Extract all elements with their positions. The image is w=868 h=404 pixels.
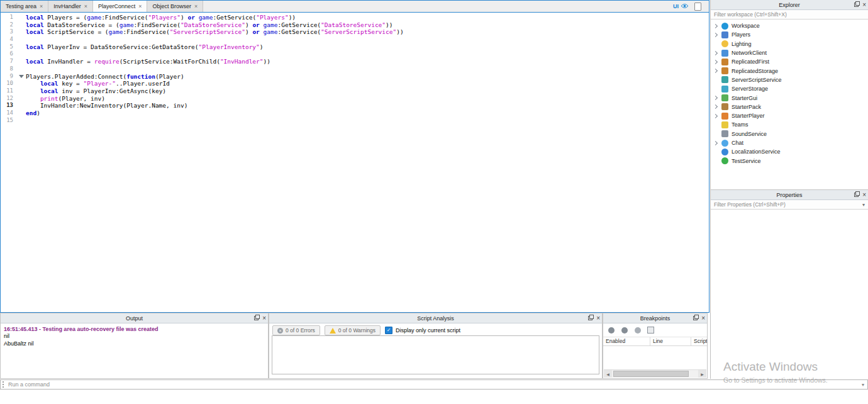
chevron-right-icon[interactable] bbox=[713, 114, 718, 118]
breakpoint-toolbar-icon-2[interactable] bbox=[620, 325, 629, 335]
explorer-item-startergui[interactable]: StarterGui bbox=[711, 93, 868, 102]
chevron-right-icon[interactable] bbox=[713, 33, 718, 37]
script-analysis-results bbox=[272, 335, 599, 374]
tab-invhandler[interactable]: InvHandler× bbox=[48, 1, 93, 12]
drag-handle-icon[interactable] bbox=[3, 381, 5, 388]
breakpoints-header-icons bbox=[693, 313, 705, 323]
output-log[interactable]: 16:51:45.413 - Testing area auto-recover… bbox=[1, 323, 268, 350]
float-panel-icon[interactable] bbox=[588, 315, 594, 322]
explorer-item-networkclient[interactable]: NetworkClient bbox=[711, 48, 868, 57]
explorer-filter-input[interactable]: Filter workspace (Ctrl+Shift+X) bbox=[711, 10, 868, 20]
ui-visibility-toggle[interactable]: UI bbox=[673, 3, 689, 10]
chevron-right-icon[interactable] bbox=[713, 24, 718, 28]
code-line[interactable]: 7local InvHandler = require(ScriptServic… bbox=[1, 58, 709, 65]
line-number: 11 bbox=[1, 87, 13, 95]
tab-close-icon[interactable]: × bbox=[84, 4, 87, 9]
explorer-item-players[interactable]: Players bbox=[711, 30, 868, 39]
command-bar-placeholder: Run a command bbox=[8, 381, 50, 388]
explorer-item-starterpack[interactable]: StarterPack bbox=[711, 103, 868, 111]
scroll-thumb[interactable] bbox=[613, 371, 689, 377]
chevron-right-icon[interactable] bbox=[713, 104, 718, 109]
float-panel-icon[interactable] bbox=[854, 1, 860, 8]
tab-close-icon[interactable]: × bbox=[194, 4, 198, 9]
code-line[interactable]: 6 bbox=[1, 50, 709, 58]
explorer-item-replicatedfirst[interactable]: ReplicatedFirst bbox=[711, 57, 868, 66]
float-panel-icon[interactable] bbox=[254, 315, 260, 322]
breakpoints-column-line[interactable]: Line bbox=[650, 337, 691, 345]
explorer-item-serverstorage[interactable]: ServerStorage bbox=[711, 84, 868, 93]
fold-column bbox=[13, 65, 26, 73]
chevron-down-icon[interactable] bbox=[862, 382, 867, 388]
code-line[interactable]: 10 local key = "Player-"..Player.userId bbox=[1, 80, 709, 87]
breakpoints-column-enabled[interactable]: Enabled bbox=[603, 337, 650, 345]
explorer-item-chat[interactable]: Chat bbox=[711, 138, 868, 147]
close-panel-icon[interactable] bbox=[596, 315, 600, 322]
float-panel-icon[interactable] bbox=[693, 315, 699, 322]
breakpoint-toolbar-icon-3[interactable] bbox=[633, 325, 642, 335]
chevron-column bbox=[711, 52, 720, 55]
checkbox-checked-icon[interactable] bbox=[385, 327, 392, 334]
warnings-badge[interactable]: 0 of 0 Warnings bbox=[325, 325, 381, 335]
code-text: local key = "Player-"..Player.userId bbox=[26, 80, 170, 87]
test-service-icon bbox=[721, 157, 728, 164]
explorer-item-replicatedstorage[interactable]: ReplicatedStorage bbox=[711, 66, 868, 75]
scroll-track[interactable] bbox=[612, 370, 698, 378]
fold-collapse-icon[interactable] bbox=[19, 75, 24, 78]
code-line[interactable]: 13 InvHandler:NewInventory(Player.Name, … bbox=[1, 102, 709, 109]
code-text: print(Player, inv) bbox=[26, 95, 105, 103]
code-editor[interactable]: 1local Players = (game:FindService("Play… bbox=[1, 13, 709, 314]
breakpoint-toolbar-icon-1[interactable] bbox=[606, 325, 616, 335]
code-line[interactable]: 12 print(Player, inv) bbox=[1, 95, 709, 103]
explorer-item-testservice[interactable]: TestService bbox=[711, 156, 868, 165]
close-panel-icon[interactable] bbox=[862, 2, 866, 8]
code-line[interactable]: 8 bbox=[1, 65, 709, 73]
breakpoint-toolbar-icon-4[interactable] bbox=[646, 325, 655, 335]
errors-badge[interactable]: 0 of 0 Errors bbox=[272, 325, 320, 335]
code-line[interactable]: 3local ScriptService = (game:FindService… bbox=[1, 28, 709, 36]
command-bar-input[interactable]: Run a command bbox=[0, 379, 868, 390]
explorer-item-serverscriptservice[interactable]: ServerScriptService bbox=[711, 76, 868, 84]
code-line[interactable]: 9Players.PlayerAdded:Connect(function(Pl… bbox=[1, 73, 709, 81]
scroll-left-icon[interactable] bbox=[604, 370, 612, 378]
chevron-right-icon[interactable] bbox=[713, 60, 718, 64]
scroll-right-icon[interactable] bbox=[698, 370, 706, 378]
code-line[interactable]: 14end) bbox=[1, 109, 709, 117]
code-line[interactable]: 15 bbox=[1, 117, 709, 125]
code-line[interactable]: 5local PlayerInv = DataStoreService:GetD… bbox=[1, 43, 709, 51]
explorer-item-lighting[interactable]: Lighting bbox=[711, 40, 868, 48]
explorer-tree: WorkspacePlayersLightingNetworkClientRep… bbox=[711, 20, 868, 166]
tab-testing-area[interactable]: Testing area× bbox=[1, 1, 48, 12]
localization-service-icon bbox=[721, 149, 728, 155]
chevron-right-icon[interactable] bbox=[713, 96, 718, 100]
warnings-count: 0 of 0 Warnings bbox=[338, 327, 376, 334]
explorer-item-soundservice[interactable]: SoundService bbox=[711, 130, 868, 138]
close-panel-icon[interactable] bbox=[262, 315, 266, 322]
properties-filter-placeholder: Filter Properties (Ctrl+Shift+P) bbox=[714, 201, 786, 208]
tab-close-icon[interactable]: × bbox=[40, 4, 43, 9]
breakpoints-hscrollbar[interactable] bbox=[604, 369, 706, 378]
close-panel-icon[interactable] bbox=[862, 192, 866, 198]
code-text: Players.PlayerAdded:Connect(function(Pla… bbox=[26, 73, 184, 81]
chevron-column bbox=[711, 60, 720, 64]
code-line[interactable]: 2local DataStoreService = (game:FindServ… bbox=[1, 21, 709, 29]
explorer-item-workspace[interactable]: Workspace bbox=[711, 21, 868, 30]
explorer-item-starterplayer[interactable]: StarterPlayer bbox=[711, 111, 868, 120]
close-panel-icon[interactable] bbox=[701, 315, 705, 322]
code-line[interactable]: 11 local inv = PlayerInv:GetAsync(key) bbox=[1, 87, 709, 95]
page-icon[interactable] bbox=[694, 3, 701, 11]
float-panel-icon[interactable] bbox=[854, 191, 860, 198]
display-only-current-script-checkbox[interactable]: Display only current script bbox=[385, 327, 460, 334]
tab-close-icon[interactable]: × bbox=[138, 4, 142, 9]
breakpoints-column-script[interactable]: Script bbox=[691, 337, 707, 345]
chevron-right-icon[interactable] bbox=[713, 140, 718, 145]
tab-object-browser[interactable]: Object Browser× bbox=[147, 1, 203, 12]
code-line[interactable]: 1local Players = (game:FindService("Play… bbox=[1, 14, 709, 21]
chevron-right-icon[interactable] bbox=[713, 69, 718, 73]
tab-playerconnect[interactable]: PlayerConnect× bbox=[93, 1, 147, 12]
code-line[interactable]: 4 bbox=[1, 36, 709, 43]
chevron-right-icon[interactable] bbox=[713, 50, 718, 55]
properties-filter-input[interactable]: Filter Properties (Ctrl+Shift+P) bbox=[711, 200, 868, 210]
chevron-down-icon[interactable] bbox=[862, 202, 865, 208]
explorer-item-localizationservice[interactable]: LocalizationService bbox=[711, 147, 868, 156]
explorer-item-teams[interactable]: Teams bbox=[711, 120, 868, 129]
